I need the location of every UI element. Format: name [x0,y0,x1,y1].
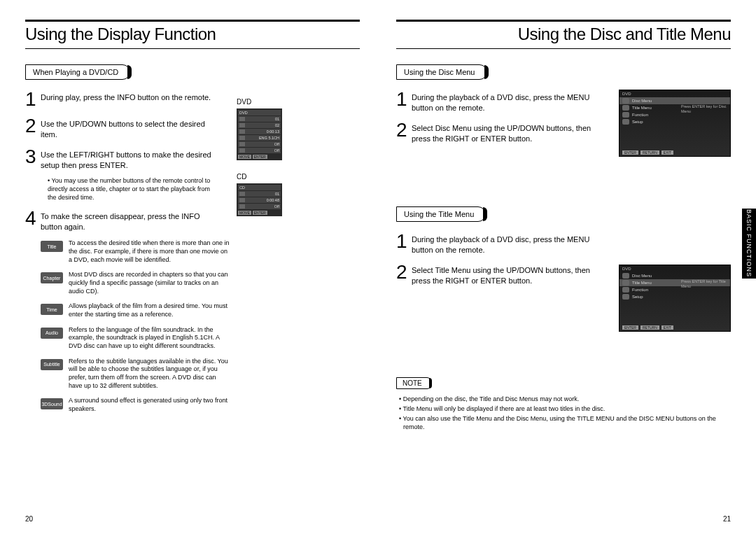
time-icon: Time [41,304,63,315]
page-right: Using the Disc and Title Menu Using the … [378,0,756,534]
title-step-2: 2 Select Title Menu using the UP/DOWN bu… [396,262,603,286]
step-number: 2 [396,120,412,140]
section-disc-menu: Using the Disc Menu [396,64,487,80]
icon-title-desc: To access the desired title when there i… [69,239,230,264]
page-title-left: Using the Display Function [25,24,360,44]
icon-subtitle-row: Subtitle Refers to the subtitle language… [25,358,360,391]
page-left: Using the Display Function When Playing … [0,0,378,534]
step-text: Use the UP/DOWN buttons to select the de… [41,116,221,140]
headline-left: Using the Display Function [25,20,360,49]
icon-3dsound-row: 3DSound A surround sound effect is gener… [25,397,360,413]
notes-list: Depending on the disc, the Title and Dis… [396,395,731,432]
osd-row: 01 [238,116,281,122]
page-number-right: 21 [723,515,731,523]
step-text: During the playback of a DVD disc, press… [412,232,592,255]
step-text: During the playback of a DVD disc, press… [412,90,592,113]
menu-item: Setup [620,118,730,125]
menu-item: Disc Menu [620,272,730,279]
menu-hint: Press ENTER key for Title Menu [681,279,727,288]
icon-time-row: Time Allows playback of the film from a … [25,302,360,318]
osd-row: 01 [238,191,281,197]
menu-hint: Press ENTER key for Disc Menu [681,104,727,113]
step-number: 1 [25,90,41,109]
note-item: Title Menu will only be displayed if the… [396,405,731,413]
step-number: 1 [396,232,412,251]
osd-row: Off [238,141,281,147]
figure-column: DVD DVD 01 02 0:00:13 ENG 5.1CH Off Off … [237,98,321,229]
menu-footer: ENTERRETURNEXIT [622,150,727,155]
osd-row: ENG 5.1CH [238,135,281,141]
dvd-figure-label: DVD [237,98,321,106]
headline-right: Using the Disc and Title Menu [396,20,731,49]
menu-footer: ENTERRETURNEXIT [622,325,727,330]
page-number-left: 20 [25,515,33,523]
osd-row: Off [238,204,281,209]
page-title-right: Using the Disc and Title Menu [396,24,731,44]
title-step-1: 1 During the playback of a DVD disc, pre… [396,232,603,255]
osd-footer: MOVEENTER [238,155,281,159]
section-when-playing: When Playing a DVD/CD [25,64,130,80]
note-item: You can also use the Title Menu and the … [396,414,731,431]
disc-step-1: 1 During the playback of a DVD disc, pre… [396,90,603,113]
disc-step-2: 2 Select Disc Menu using the UP/DOWN but… [396,120,603,144]
icon-3dsound-desc: A surround sound effect is generated usi… [69,397,230,413]
subtitle-icon: Subtitle [41,359,63,370]
step-number: 3 [25,147,41,167]
icon-subtitle-desc: Refers to the subtitle languages availab… [69,358,230,391]
osd-row: 0:00:13 [238,129,281,134]
icon-audio-desc: Refers to the language of the film sound… [69,326,230,351]
section-title-menu: Using the Title Menu [396,206,486,222]
step-text: Use the LEFT/RIGHT buttons to make the d… [41,147,221,171]
audio-icon: Audio [41,328,63,339]
step-number: 2 [396,262,412,282]
step-number: 2 [25,116,41,136]
osd-row: 0:00:48 [238,197,281,203]
step-text: During play, press the INFO button on th… [41,90,211,103]
section-tab: BASIC FUNCTIONS [742,209,756,279]
osd-header: CD [238,185,281,190]
cd-osd: CD 01 0:00:48 Off MOVEENTER [237,183,282,216]
icon-title-row: Title To access the desired title when t… [25,239,360,264]
step-3-note: • You may use the number buttons of the … [48,177,216,202]
step-text: Select Title Menu using the UP/DOWN butt… [412,262,592,286]
cd-figure-label: CD [237,173,321,181]
disc-menu-screenshot: DVD Disc Menu Title Menu Function Setup … [619,90,731,157]
step-text: To make the screen disappear, press the … [41,209,221,232]
osd-header: DVD [238,110,281,115]
title-menu-screenshot: DVD Disc Menu Title Menu Function Setup … [619,265,731,332]
sound3d-icon: 3DSound [41,398,63,409]
title-icon: Title [41,241,63,252]
menu-item: Disc Menu [620,97,730,104]
step-number: 1 [396,90,412,109]
icon-chapter-desc: Most DVD discs are recorded in chapters … [69,271,230,295]
note-item: Depending on the disc, the Title and Dis… [396,395,731,403]
dvd-osd: DVD 01 02 0:00:13 ENG 5.1CH Off Off MOVE… [237,108,282,160]
step-text: Select Disc Menu using the UP/DOWN butto… [412,120,592,144]
icon-chapter-row: Chapter Most DVD discs are recorded in c… [25,271,360,295]
menu-item: Setup [620,293,730,300]
step-number: 4 [25,209,41,228]
osd-footer: MOVEENTER [238,211,281,215]
note-heading: NOTE [396,377,431,389]
icon-time-desc: Allows playback of the film from a desir… [69,302,230,318]
osd-row: 02 [238,122,281,128]
chapter-icon: Chapter [41,272,63,283]
icon-audio-row: Audio Refers to the language of the film… [25,326,360,351]
osd-row: Off [238,148,281,153]
